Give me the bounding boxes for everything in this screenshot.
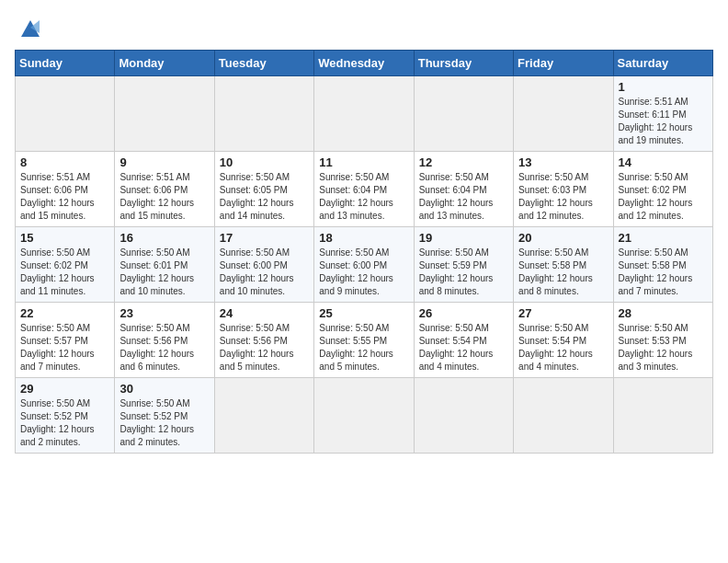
calendar-table: SundayMondayTuesdayWednesdayThursdayFrid…	[15, 50, 713, 454]
day-info: Sunrise: 5:51 AMSunset: 6:11 PMDaylight:…	[619, 96, 708, 147]
calendar-cell: 9Sunrise: 5:51 AMSunset: 6:06 PMDaylight…	[115, 152, 214, 227]
day-number: 24	[220, 306, 309, 320]
day-info: Sunrise: 5:50 AMSunset: 6:00 PMDaylight:…	[319, 247, 408, 298]
day-number: 13	[518, 155, 608, 169]
day-number: 12	[419, 155, 508, 169]
day-info: Sunrise: 5:50 AMSunset: 6:04 PMDaylight:…	[419, 171, 508, 223]
day-info: Sunrise: 5:50 AMSunset: 6:01 PMDaylight:…	[119, 247, 209, 298]
calendar-cell: 30Sunrise: 5:50 AMSunset: 5:52 PMDayligh…	[115, 378, 214, 454]
calendar-cell: 24Sunrise: 5:50 AMSunset: 5:56 PMDayligh…	[214, 303, 313, 378]
calendar-cell: 10Sunrise: 5:50 AMSunset: 6:05 PMDayligh…	[214, 152, 313, 227]
day-info: Sunrise: 5:50 AMSunset: 5:58 PMDaylight:…	[518, 247, 608, 298]
week-row: 29Sunrise: 5:50 AMSunset: 5:52 PMDayligh…	[16, 378, 713, 454]
day-info: Sunrise: 5:50 AMSunset: 5:59 PMDaylight:…	[419, 247, 508, 298]
day-number: 18	[319, 231, 408, 245]
day-info: Sunrise: 5:51 AMSunset: 6:06 PMDaylight:…	[20, 171, 109, 223]
day-info: Sunrise: 5:50 AMSunset: 5:52 PMDaylight:…	[119, 397, 209, 449]
day-info: Sunrise: 5:50 AMSunset: 5:57 PMDaylight:…	[20, 322, 109, 373]
day-info: Sunrise: 5:51 AMSunset: 6:06 PMDaylight:…	[119, 171, 209, 223]
day-info: Sunrise: 5:50 AMSunset: 6:03 PMDaylight:…	[518, 171, 608, 223]
day-info: Sunrise: 5:50 AMSunset: 5:56 PMDaylight:…	[119, 322, 209, 373]
calendar-cell	[414, 378, 513, 454]
col-header-saturday: Saturday	[613, 51, 712, 76]
calendar-cell	[613, 378, 712, 454]
day-info: Sunrise: 5:50 AMSunset: 5:54 PMDaylight:…	[419, 322, 508, 373]
week-row: 15Sunrise: 5:50 AMSunset: 6:02 PMDayligh…	[16, 227, 713, 303]
col-header-thursday: Thursday	[414, 51, 513, 76]
day-number: 8	[20, 155, 109, 169]
calendar-cell	[214, 378, 313, 454]
day-info: Sunrise: 5:50 AMSunset: 5:53 PMDaylight:…	[619, 322, 708, 373]
calendar-cell	[16, 76, 115, 152]
day-info: Sunrise: 5:50 AMSunset: 5:58 PMDaylight:…	[619, 247, 708, 298]
calendar-cell	[414, 76, 513, 152]
logo	[15, 15, 43, 40]
calendar-cell: 21Sunrise: 5:50 AMSunset: 5:58 PMDayligh…	[613, 227, 712, 303]
calendar-cell: 16Sunrise: 5:50 AMSunset: 6:01 PMDayligh…	[115, 227, 214, 303]
day-number: 22	[20, 306, 109, 320]
calendar-cell: 20Sunrise: 5:50 AMSunset: 5:58 PMDayligh…	[514, 227, 613, 303]
calendar-cell: 17Sunrise: 5:50 AMSunset: 6:00 PMDayligh…	[214, 227, 313, 303]
page-header	[15, 15, 713, 40]
day-number: 26	[419, 306, 508, 320]
day-info: Sunrise: 5:50 AMSunset: 6:02 PMDaylight:…	[619, 171, 708, 223]
day-info: Sunrise: 5:50 AMSunset: 6:05 PMDaylight:…	[220, 171, 309, 223]
calendar-cell: 1Sunrise: 5:51 AMSunset: 6:11 PMDaylight…	[613, 76, 712, 152]
day-info: Sunrise: 5:50 AMSunset: 5:52 PMDaylight:…	[20, 397, 109, 449]
day-number: 27	[518, 306, 608, 320]
day-number: 1	[619, 80, 708, 94]
calendar-cell	[115, 76, 214, 152]
week-row: 22Sunrise: 5:50 AMSunset: 5:57 PMDayligh…	[16, 303, 713, 378]
day-number: 9	[119, 155, 209, 169]
calendar-cell	[314, 378, 414, 454]
calendar-cell: 8Sunrise: 5:51 AMSunset: 6:06 PMDaylight…	[16, 152, 115, 227]
col-header-sunday: Sunday	[16, 51, 115, 76]
day-number: 17	[220, 231, 309, 245]
day-number: 29	[20, 382, 109, 396]
day-number: 28	[619, 306, 708, 320]
calendar-cell	[514, 378, 613, 454]
day-info: Sunrise: 5:50 AMSunset: 5:56 PMDaylight:…	[220, 322, 309, 373]
calendar-cell	[214, 76, 313, 152]
calendar-cell: 23Sunrise: 5:50 AMSunset: 5:56 PMDayligh…	[115, 303, 214, 378]
calendar-cell: 13Sunrise: 5:50 AMSunset: 6:03 PMDayligh…	[514, 152, 613, 227]
day-info: Sunrise: 5:50 AMSunset: 5:55 PMDaylight:…	[319, 322, 408, 373]
calendar-cell: 12Sunrise: 5:50 AMSunset: 6:04 PMDayligh…	[414, 152, 513, 227]
col-header-monday: Monday	[115, 51, 214, 76]
calendar-cell: 11Sunrise: 5:50 AMSunset: 6:04 PMDayligh…	[314, 152, 414, 227]
calendar-cell: 28Sunrise: 5:50 AMSunset: 5:53 PMDayligh…	[613, 303, 712, 378]
day-number: 21	[619, 231, 708, 245]
week-row: 8Sunrise: 5:51 AMSunset: 6:06 PMDaylight…	[16, 152, 713, 227]
day-number: 15	[20, 231, 109, 245]
calendar-header-row: SundayMondayTuesdayWednesdayThursdayFrid…	[16, 51, 713, 76]
calendar-cell: 22Sunrise: 5:50 AMSunset: 5:57 PMDayligh…	[16, 303, 115, 378]
day-number: 10	[220, 155, 309, 169]
calendar-cell	[514, 76, 613, 152]
day-number: 19	[419, 231, 508, 245]
calendar-cell	[314, 76, 414, 152]
day-number: 30	[119, 382, 209, 396]
calendar-cell: 14Sunrise: 5:50 AMSunset: 6:02 PMDayligh…	[613, 152, 712, 227]
calendar-cell: 26Sunrise: 5:50 AMSunset: 5:54 PMDayligh…	[414, 303, 513, 378]
week-row: 1Sunrise: 5:51 AMSunset: 6:11 PMDaylight…	[16, 76, 713, 152]
day-info: Sunrise: 5:50 AMSunset: 6:00 PMDaylight:…	[220, 247, 309, 298]
col-header-wednesday: Wednesday	[314, 51, 414, 76]
calendar-cell: 27Sunrise: 5:50 AMSunset: 5:54 PMDayligh…	[514, 303, 613, 378]
calendar-cell: 25Sunrise: 5:50 AMSunset: 5:55 PMDayligh…	[314, 303, 414, 378]
calendar-cell: 15Sunrise: 5:50 AMSunset: 6:02 PMDayligh…	[16, 227, 115, 303]
calendar-cell: 29Sunrise: 5:50 AMSunset: 5:52 PMDayligh…	[16, 378, 115, 454]
day-number: 16	[119, 231, 209, 245]
day-info: Sunrise: 5:50 AMSunset: 6:02 PMDaylight:…	[20, 247, 109, 298]
logo-icon	[17, 15, 43, 40]
day-number: 20	[518, 231, 608, 245]
col-header-friday: Friday	[514, 51, 613, 76]
day-number: 14	[619, 155, 708, 169]
calendar-cell: 19Sunrise: 5:50 AMSunset: 5:59 PMDayligh…	[414, 227, 513, 303]
day-number: 11	[319, 155, 408, 169]
day-number: 23	[119, 306, 209, 320]
day-info: Sunrise: 5:50 AMSunset: 5:54 PMDaylight:…	[518, 322, 608, 373]
calendar-cell: 18Sunrise: 5:50 AMSunset: 6:00 PMDayligh…	[314, 227, 414, 303]
col-header-tuesday: Tuesday	[214, 51, 313, 76]
day-number: 25	[319, 306, 408, 320]
day-info: Sunrise: 5:50 AMSunset: 6:04 PMDaylight:…	[319, 171, 408, 223]
